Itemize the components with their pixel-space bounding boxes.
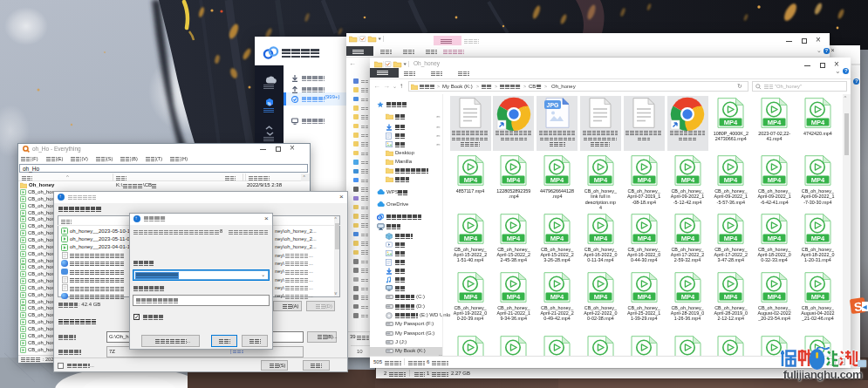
svg-text:MP4: MP4 <box>768 234 782 242</box>
svg-text:MP4: MP4 <box>507 176 521 184</box>
svg-text:MP4: MP4 <box>550 176 564 184</box>
svg-text:MP4: MP4 <box>768 119 782 126</box>
svg-text:MP4: MP4 <box>550 234 564 242</box>
svg-text:JPG: JPG <box>546 102 559 108</box>
svg-text:MP4: MP4 <box>724 292 738 300</box>
svg-text:MP4: MP4 <box>680 234 694 242</box>
svg-text:MP4: MP4 <box>550 292 564 300</box>
svg-text:MP4: MP4 <box>463 292 477 300</box>
svg-text:MP4: MP4 <box>811 176 825 184</box>
svg-text:MP4: MP4 <box>637 292 651 300</box>
svg-text:MP4: MP4 <box>507 292 521 300</box>
svg-text:MP4: MP4 <box>594 234 608 242</box>
svg-text:MP4: MP4 <box>637 234 651 242</box>
svg-text:MP4: MP4 <box>594 292 608 300</box>
svg-text:MP4: MP4 <box>507 234 521 242</box>
svg-text:MP4: MP4 <box>768 176 782 184</box>
svg-text:MP4: MP4 <box>811 292 825 300</box>
svg-text:MP4: MP4 <box>811 234 825 242</box>
svg-text:MP4: MP4 <box>680 292 694 300</box>
svg-text:%: % <box>268 102 271 106</box>
svg-text:MP4: MP4 <box>637 176 651 184</box>
svg-text:MP4: MP4 <box>724 234 738 242</box>
svg-text:MP4: MP4 <box>463 176 477 184</box>
svg-text:MP4: MP4 <box>768 292 782 300</box>
svg-text:MP4: MP4 <box>594 176 608 184</box>
svg-text:MP4: MP4 <box>811 119 825 126</box>
svg-text:MP4: MP4 <box>724 176 738 184</box>
svg-text:fulijianghu.com: fulijianghu.com <box>783 368 863 381</box>
svg-text:MP4: MP4 <box>724 119 738 126</box>
svg-text:MP4: MP4 <box>463 234 477 242</box>
svg-text:MP4: MP4 <box>680 176 694 184</box>
